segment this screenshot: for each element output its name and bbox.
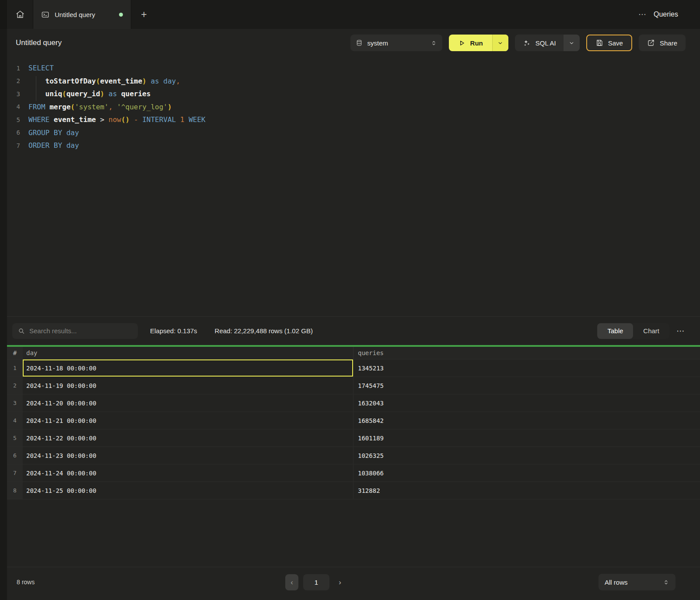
results-table-header: # day queries [7, 347, 700, 359]
cell-day[interactable]: 2024-11-21 00:00:00 [23, 412, 354, 429]
unsaved-changes-dot [119, 13, 123, 17]
code-line[interactable]: 5WHERE event_time > now() - INTERVAL 1 W… [7, 113, 700, 126]
code-lines: 1SELECT2 toStartOfDay(event_time) as day… [7, 62, 700, 152]
cell-day[interactable]: 2024-11-20 00:00:00 [23, 394, 354, 412]
line-number: 7 [7, 142, 20, 149]
code-line[interactable]: 1SELECT [7, 62, 700, 75]
tabbar-pad [0, 0, 7, 29]
results-footer: 8 rows ‹ 1 › All rows [7, 567, 700, 600]
results-table-body: 12024-11-18 00:00:00134521322024-11-19 0… [7, 359, 700, 499]
tab-bar: Untitled query + ⋯ Queries [0, 0, 700, 29]
read-stat: Read: 22,229,488 rows (1.02 GB) [215, 327, 313, 335]
sql-editor[interactable]: 1SELECT2 toStartOfDay(event_time) as day… [7, 57, 700, 316]
line-number: 4 [7, 103, 20, 110]
cell-queries[interactable]: 1745475 [354, 377, 700, 394]
cell-queries[interactable]: 1038066 [354, 464, 700, 481]
sql-ai-button[interactable]: SQL AI [515, 35, 564, 51]
new-tab-button[interactable]: + [131, 0, 157, 29]
search-results-box[interactable] [12, 323, 138, 339]
queries-panel-button[interactable]: Queries [654, 10, 678, 18]
row-index: 8 [7, 482, 23, 499]
run-button[interactable]: Run [449, 35, 492, 51]
code-line[interactable]: 6GROUP BY day [7, 126, 700, 140]
share-icon [647, 39, 655, 47]
current-page-button[interactable]: 1 [303, 574, 329, 590]
table-row: 82024-11-25 00:00:00312882 [7, 482, 700, 499]
row-index: 4 [7, 412, 23, 429]
table-row: 42024-11-21 00:00:001685842 [7, 412, 700, 429]
save-button-label: Save [608, 39, 623, 47]
code-line[interactable]: 7ORDER BY day [7, 139, 700, 152]
code-line[interactable]: 3 uniq(query_id) as queries [7, 87, 700, 101]
next-page-button[interactable]: › [334, 574, 346, 590]
search-results-input[interactable] [29, 327, 132, 335]
search-icon [18, 328, 25, 335]
line-number: 5 [7, 116, 20, 123]
chevron-down-icon [569, 40, 574, 46]
sql-ai-options-button[interactable] [564, 35, 580, 51]
row-index: 1 [7, 359, 23, 377]
table-row: 72024-11-24 00:00:001038066 [7, 464, 700, 482]
row-index: 7 [7, 464, 23, 481]
run-button-group: Run [449, 35, 508, 51]
cell-queries[interactable]: 312882 [354, 482, 700, 499]
chevron-updown-icon [430, 40, 437, 46]
prev-page-button[interactable]: ‹ [285, 574, 298, 590]
page-title: Untitled query [16, 38, 62, 47]
play-icon [458, 39, 466, 47]
results-more-icon[interactable]: ⋯ [676, 326, 685, 336]
elapsed-stat: Elapsed: 0.137s [150, 327, 197, 335]
database-icon [356, 39, 363, 47]
cell-queries[interactable]: 1632043 [354, 394, 700, 412]
panel-more-icon[interactable]: ⋯ [638, 10, 647, 19]
view-tab-table[interactable]: Table [597, 323, 633, 339]
sparkles-icon [522, 39, 531, 47]
row-count: 8 rows [17, 579, 35, 586]
cell-day[interactable]: 2024-11-22 00:00:00 [23, 429, 354, 447]
line-number: 3 [7, 91, 20, 98]
cell-day[interactable]: 2024-11-25 00:00:00 [23, 482, 354, 499]
cell-day[interactable]: 2024-11-24 00:00:00 [23, 464, 354, 481]
database-select-value: system [368, 39, 388, 47]
cell-queries[interactable]: 1345213 [354, 359, 700, 377]
chevron-right-icon: › [339, 578, 341, 587]
sql-ai-label: SQL AI [536, 39, 556, 47]
run-button-label: Run [470, 39, 483, 47]
line-number: 1 [7, 65, 20, 72]
results-toolbar: Elapsed: 0.137s Read: 22,229,488 rows (1… [7, 316, 700, 345]
page-size-value: All rows [605, 579, 628, 586]
sql-ai-button-group: SQL AI [515, 35, 580, 51]
column-header-day[interactable]: day [23, 347, 354, 359]
share-button[interactable]: Share [639, 35, 686, 51]
cell-day[interactable]: 2024-11-23 00:00:00 [23, 447, 354, 464]
row-index: 3 [7, 394, 23, 412]
tab-untitled-query[interactable]: Untitled query [33, 0, 131, 29]
cell-queries[interactable]: 1685842 [354, 412, 700, 429]
cell-day[interactable]: 2024-11-19 00:00:00 [23, 377, 354, 394]
cell-day[interactable]: 2024-11-18 00:00:00 [23, 359, 354, 377]
pagination: ‹ 1 › [285, 574, 346, 590]
view-tab-chart[interactable]: Chart [633, 323, 669, 339]
column-header-index: # [7, 347, 23, 359]
cell-queries[interactable]: 1601189 [354, 429, 700, 447]
save-button[interactable]: Save [586, 35, 632, 51]
line-number: 6 [7, 129, 20, 136]
column-header-queries[interactable]: queries [354, 347, 700, 359]
chevron-updown-icon [663, 579, 669, 586]
query-header: Untitled query system [7, 29, 700, 57]
run-options-button[interactable] [492, 35, 508, 51]
home-button[interactable] [7, 0, 33, 29]
database-select[interactable]: system [350, 35, 442, 51]
cell-queries[interactable]: 1026325 [354, 447, 700, 464]
code-line[interactable]: 2 toStartOfDay(event_time) as day, [7, 75, 700, 88]
row-index: 5 [7, 429, 23, 447]
chevron-left-icon: ‹ [290, 578, 293, 587]
view-toggle: Table Chart [597, 323, 669, 339]
table-row: 12024-11-18 00:00:001345213 [7, 359, 700, 377]
save-icon [595, 39, 603, 47]
share-button-label: Share [660, 39, 677, 47]
table-row: 32024-11-20 00:00:001632043 [7, 394, 700, 412]
code-line[interactable]: 4FROM merge('system', '^query_log') [7, 101, 700, 114]
page-size-select[interactable]: All rows [598, 574, 676, 590]
table-row: 52024-11-22 00:00:001601189 [7, 429, 700, 447]
